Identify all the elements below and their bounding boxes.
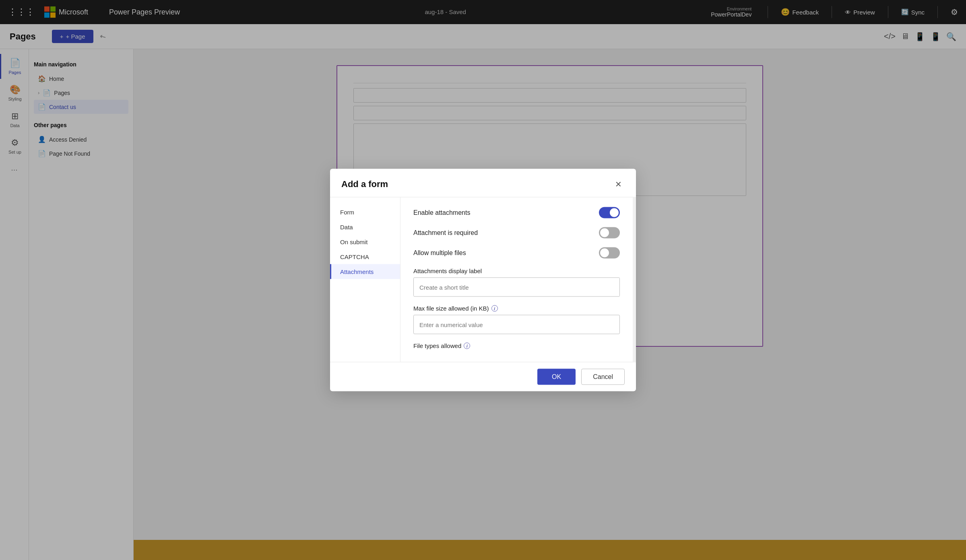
dialog-nav-form[interactable]: Form (330, 205, 400, 220)
dialog-footer: OK Cancel (330, 362, 636, 391)
toggle-knob-multiple (600, 249, 609, 257)
attachment-required-toggle[interactable] (599, 227, 620, 239)
file-types-info-icon: i (464, 342, 470, 349)
display-label-title: Attachments display label (413, 268, 620, 274)
attachment-required-row: Attachment is required (413, 227, 620, 239)
dialog-nav-data[interactable]: Data (330, 220, 400, 235)
display-label-text: Attachments display label (413, 268, 482, 274)
enable-attachments-label: Enable attachments (413, 209, 470, 216)
display-label-input[interactable] (413, 278, 620, 297)
dialog-scrollbar[interactable] (633, 198, 636, 362)
max-size-text: Max file size allowed (in KB) (413, 305, 489, 312)
dialog-body: Form Data On submit CAPTCHA Attachments … (330, 198, 636, 362)
toggle-knob-required (600, 229, 609, 237)
dialog-nav-captcha[interactable]: CAPTCHA (330, 249, 400, 264)
enable-attachments-toggle[interactable] (599, 207, 620, 218)
dialog-header: Add a form ✕ (330, 169, 636, 198)
dialog-nav-attachments[interactable]: Attachments (330, 264, 400, 279)
dialog-close-button[interactable]: ✕ (612, 178, 625, 191)
add-form-dialog: Add a form ✕ Form Data On submit CAPTCHA… (330, 169, 636, 391)
dialog-content-attachments: Enable attachments Attachment is require… (400, 198, 633, 362)
file-types-text: File types allowed (413, 342, 461, 349)
allow-multiple-row: Allow multiple files (413, 247, 620, 259)
cancel-button[interactable]: Cancel (581, 369, 625, 385)
file-types-label: File types allowed i (413, 342, 620, 349)
enable-attachments-row: Enable attachments (413, 207, 620, 218)
dialog-title: Add a form (341, 179, 388, 189)
dialog-nav-on-submit[interactable]: On submit (330, 235, 400, 249)
allow-multiple-toggle[interactable] (599, 247, 620, 259)
max-size-info-icon: i (491, 305, 498, 311)
allow-multiple-label: Allow multiple files (413, 249, 466, 257)
max-size-label: Max file size allowed (in KB) i (413, 305, 620, 312)
toggle-knob-enable (610, 208, 619, 217)
dialog-nav: Form Data On submit CAPTCHA Attachments (330, 198, 400, 362)
ok-button[interactable]: OK (537, 369, 576, 385)
max-size-input[interactable] (413, 315, 620, 334)
attachment-required-label: Attachment is required (413, 229, 478, 237)
